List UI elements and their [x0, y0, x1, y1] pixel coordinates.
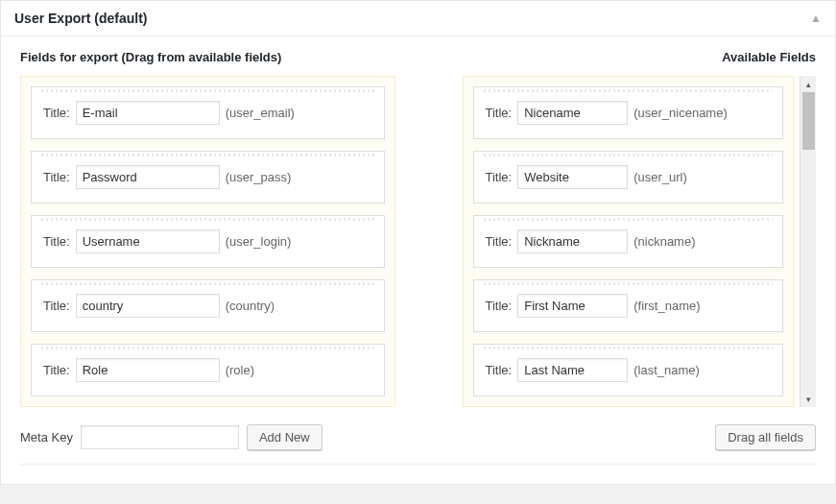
field-title-input[interactable]: [517, 101, 628, 125]
field-title-input[interactable]: [517, 229, 628, 253]
field-title-label: Title:: [486, 106, 513, 120]
panel-header: User Export (default) ▲: [1, 1, 835, 36]
user-export-panel: User Export (default) ▲ Fields for expor…: [0, 0, 836, 485]
add-new-button[interactable]: Add New: [247, 424, 322, 450]
field-card[interactable]: Title: (user_pass): [31, 151, 385, 204]
field-card[interactable]: Title: (user_url): [473, 151, 784, 204]
available-wrap: Title: (user_nicename) Title: (user_url)…: [463, 76, 817, 407]
section-headings: Fields for export (Drag from available f…: [20, 50, 816, 64]
field-card[interactable]: Title: (nickname): [473, 215, 784, 268]
drag-all-fields-button[interactable]: Drag all fields: [715, 424, 816, 450]
panel-body: Fields for export (Drag from available f…: [1, 36, 835, 484]
field-slug: (user_login): [226, 234, 292, 249]
export-fields-zone[interactable]: Title: (user_email) Title: (user_pass) T…: [20, 76, 395, 407]
field-card[interactable]: Title: (country): [31, 279, 385, 332]
field-card[interactable]: Title: (user_nicename): [473, 86, 784, 139]
field-slug: (role): [226, 363, 254, 377]
field-title-label: Title:: [43, 106, 70, 120]
field-title-label: Title:: [486, 363, 513, 377]
field-slug: (user_pass): [226, 170, 292, 184]
field-title-label: Title:: [486, 299, 513, 313]
field-title-label: Title:: [43, 299, 70, 313]
field-slug: (user_email): [226, 106, 295, 120]
meta-key-label: Meta Key: [20, 430, 73, 444]
columns: Title: (user_email) Title: (user_pass) T…: [20, 76, 816, 407]
field-title-input[interactable]: [517, 294, 628, 318]
field-slug: (user_url): [633, 170, 687, 184]
field-slug: (user_nicename): [633, 106, 728, 120]
scrollbar[interactable]: ▴ ▾: [800, 76, 816, 407]
field-card[interactable]: Title: (first_name): [473, 279, 784, 332]
available-fields-zone[interactable]: Title: (user_nicename) Title: (user_url)…: [463, 76, 795, 407]
meta-key-group: Meta Key Add New: [20, 424, 322, 450]
field-card[interactable]: Title: (user_login): [31, 215, 385, 268]
bottom-row: Meta Key Add New Drag all fields: [20, 424, 816, 465]
available-fields-heading: Available Fields: [722, 50, 816, 64]
scrollbar-thumb[interactable]: [802, 92, 815, 150]
field-title-input[interactable]: [517, 358, 628, 382]
collapse-toggle-icon[interactable]: ▲: [810, 12, 822, 25]
meta-key-input[interactable]: [81, 425, 239, 449]
field-title-label: Title:: [486, 170, 513, 184]
field-slug: (nickname): [633, 234, 695, 249]
export-fields-heading: Fields for export (Drag from available f…: [20, 50, 281, 64]
field-title-label: Title:: [43, 363, 70, 377]
field-title-label: Title:: [486, 234, 513, 249]
scroll-up-icon[interactable]: ▴: [800, 76, 817, 92]
field-title-input[interactable]: [76, 229, 220, 253]
field-title-input[interactable]: [76, 165, 220, 189]
field-title-input[interactable]: [76, 358, 220, 382]
field-slug: (country): [226, 299, 275, 313]
field-title-input[interactable]: [76, 101, 220, 125]
field-title-input[interactable]: [76, 294, 220, 318]
scroll-down-icon[interactable]: ▾: [800, 391, 817, 407]
field-card[interactable]: Title: (user_email): [31, 86, 385, 139]
field-slug: (first_name): [633, 299, 700, 313]
panel-title: User Export (default): [14, 11, 147, 26]
field-title-input[interactable]: [517, 165, 628, 189]
field-title-label: Title:: [43, 170, 70, 184]
field-slug: (last_name): [633, 363, 700, 377]
field-card[interactable]: Title: (role): [31, 344, 385, 396]
field-title-label: Title:: [43, 234, 70, 249]
field-card[interactable]: Title: (last_name): [473, 344, 784, 396]
